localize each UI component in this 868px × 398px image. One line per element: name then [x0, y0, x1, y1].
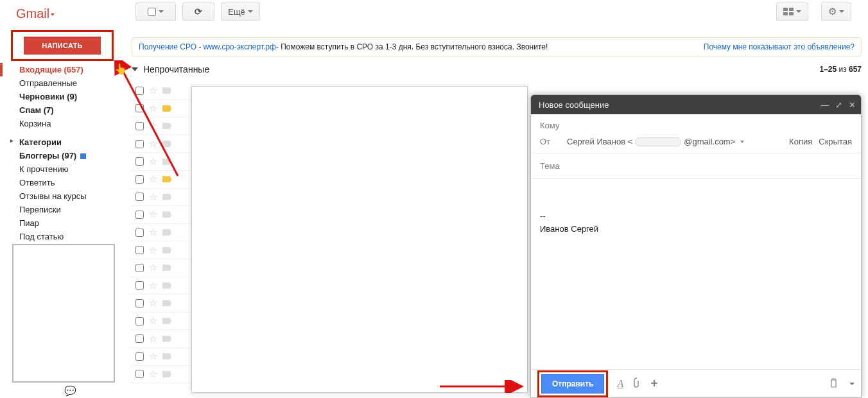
importance-marker[interactable] [162, 247, 171, 254]
promo-text: - Поможем вступить в СРО за 1-3 дня. Без… [276, 42, 548, 51]
more-label: Ещё [228, 7, 245, 17]
settings-button[interactable]: ⚙ [821, 3, 851, 21]
svg-rect-0 [783, 8, 788, 11]
chevron-down-icon[interactable] [849, 383, 855, 385]
importance-marker[interactable] [162, 371, 171, 377]
star-icon[interactable]: ☆ [149, 333, 157, 345]
send-highlight: Отправить [537, 370, 608, 397]
formatting-icon[interactable]: A [617, 378, 623, 390]
refresh-icon: ⟳ [195, 6, 202, 17]
star-icon[interactable]: ☆ [149, 315, 157, 327]
sidebar-item-forarticle[interactable]: Под статью [6, 230, 122, 243]
sidebar: Входящие (657) Отправленные Черновики (9… [6, 63, 122, 257]
density-icon [783, 8, 794, 15]
star-icon[interactable]: ☆ [149, 368, 157, 380]
sidebar-item-reply[interactable]: Ответить [6, 176, 122, 189]
star-icon[interactable]: ☆ [149, 350, 157, 362]
star-icon[interactable]: ☆ [149, 280, 157, 291]
star-icon[interactable]: ☆ [149, 297, 157, 309]
sidebar-item-trash[interactable]: Корзина [6, 117, 122, 130]
row-checkbox[interactable] [135, 246, 144, 254]
compose-footer: Отправить A + [531, 369, 861, 397]
send-button[interactable]: Отправить [541, 374, 604, 394]
why-this-ad-link[interactable]: Почему мне показывают это объявление? [704, 42, 855, 51]
row-checkbox[interactable] [135, 229, 144, 237]
annotation-arrow [114, 60, 184, 182]
sidebar-item-inbox[interactable]: Входящие (657) [6, 63, 122, 76]
more-button[interactable]: Ещё [221, 3, 260, 21]
bcc-link[interactable]: Скрытая [819, 137, 852, 146]
logo-dropdown-caret [51, 13, 55, 16]
select-all-checkbox[interactable] [148, 8, 156, 16]
close-icon[interactable]: ✕ [849, 100, 856, 110]
sidebar-item-correspondence[interactable]: Переписки [6, 203, 122, 216]
subject-field[interactable]: Тема [531, 153, 861, 179]
chat-icon[interactable]: 💬 [64, 385, 76, 397]
attachment-icon[interactable] [632, 377, 641, 390]
sidebar-item-spam[interactable]: Спам (7) [6, 103, 122, 117]
row-checkbox[interactable] [135, 370, 144, 378]
sidebar-item-pr[interactable]: Пиар [6, 216, 122, 230]
importance-marker[interactable] [162, 353, 171, 359]
from-value[interactable]: Сергей Иванов < @gmail.com> [567, 137, 789, 146]
from-row: От Сергей Иванов < @gmail.com> Копия Скр… [531, 134, 861, 153]
importance-marker[interactable] [162, 264, 171, 271]
gear-icon: ⚙ [828, 6, 837, 17]
density-button[interactable] [776, 3, 808, 21]
refresh-button[interactable]: ⟳ [182, 3, 214, 21]
row-checkbox[interactable] [135, 317, 144, 325]
promo-site-link[interactable]: www.сро-эксперт.рф [204, 42, 276, 51]
trash-icon[interactable] [829, 378, 838, 390]
row-checkbox[interactable] [135, 352, 144, 361]
star-icon[interactable]: ☆ [149, 209, 157, 220]
sidebar-item-reviews[interactable]: Отзывы на курсы [6, 189, 122, 203]
toolbar: Gmail ⟳ Ещё ⚙ [0, 0, 868, 28]
star-icon[interactable]: ☆ [149, 262, 157, 273]
compose-dialog: Новое сообщение — ⤢ ✕ Кому От Сергей Ива… [530, 94, 862, 398]
compose-header[interactable]: Новое сообщение — ⤢ ✕ [531, 95, 861, 114]
svg-line-4 [121, 68, 178, 176]
compose-body[interactable]: -- Иванов Сергей [531, 179, 861, 235]
importance-marker[interactable] [162, 300, 171, 306]
sidebar-item-toread[interactable]: К прочтению [6, 162, 122, 176]
chevron-down-icon [159, 10, 164, 13]
minimize-icon[interactable]: — [820, 100, 829, 110]
label-color-swatch [80, 153, 86, 159]
to-field[interactable]: Кому [531, 114, 861, 134]
svg-rect-3 [789, 12, 794, 15]
section-header: Непрочитанные 1–25 из 657 [132, 64, 862, 74]
importance-marker[interactable] [162, 318, 171, 324]
sidebar-item-drafts[interactable]: Черновики (9) [6, 90, 122, 103]
annotation-arrow [437, 380, 526, 393]
promo-title-link[interactable]: Получение СРО [139, 42, 196, 51]
insert-more-icon[interactable]: + [650, 376, 658, 391]
importance-marker[interactable] [162, 211, 171, 218]
row-checkbox[interactable] [135, 264, 144, 272]
chevron-down-icon [796, 10, 801, 13]
cc-link[interactable]: Копия [789, 137, 812, 146]
from-label: От [540, 137, 567, 146]
row-checkbox[interactable] [135, 334, 144, 343]
sidebar-item-bloggers[interactable]: Блоггеры (97) [6, 149, 122, 162]
row-checkbox[interactable] [135, 211, 144, 219]
star-icon[interactable]: ☆ [149, 245, 157, 256]
star-icon[interactable]: ☆ [149, 191, 157, 203]
promo-bar: Получение СРО - www.сро-эксперт.рф - Пом… [132, 37, 862, 56]
row-checkbox[interactable] [135, 193, 144, 201]
importance-marker[interactable] [162, 336, 171, 342]
chevron-down-icon [740, 141, 744, 143]
row-checkbox[interactable] [135, 281, 144, 290]
star-icon[interactable]: ☆ [149, 227, 157, 238]
pagination-label: 1–25 из 657 [819, 65, 862, 74]
expand-icon[interactable]: ⤢ [835, 100, 842, 110]
redacted-email [635, 137, 681, 146]
row-checkbox[interactable] [135, 299, 144, 307]
importance-marker[interactable] [162, 194, 171, 200]
importance-marker[interactable] [162, 229, 171, 236]
gmail-logo[interactable]: Gmail [16, 6, 55, 21]
importance-marker[interactable] [162, 282, 171, 289]
compose-button[interactable]: НАПИСАТЬ [24, 37, 101, 55]
sidebar-item-categories[interactable]: Категории [6, 135, 122, 149]
select-all-button[interactable] [135, 3, 176, 21]
sidebar-item-sent[interactable]: Отправленные [6, 76, 122, 90]
